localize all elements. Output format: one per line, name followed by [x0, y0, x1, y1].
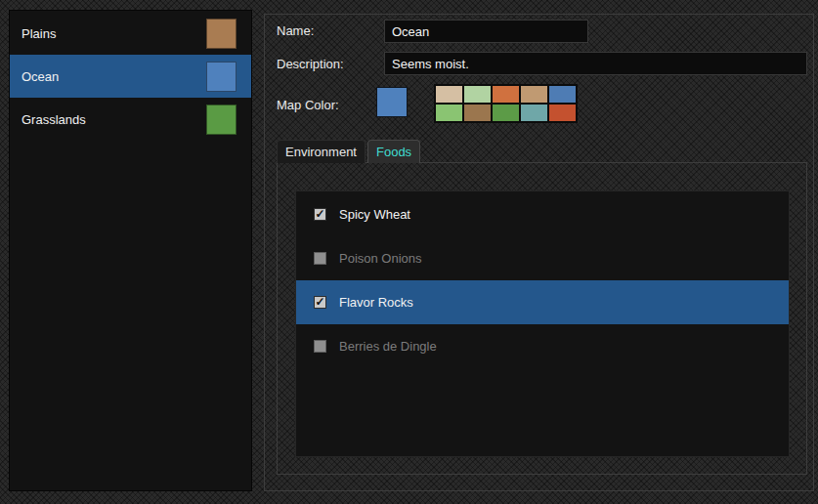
tab-foods[interactable]: Foods	[367, 140, 420, 163]
food-item-berries-de-dingle[interactable]: Berries de Dingle	[296, 324, 789, 368]
biome-color-swatch	[206, 62, 237, 92]
tab-label: Environment	[285, 145, 357, 159]
biome-label: Ocean	[22, 69, 59, 84]
palette-cell[interactable]	[464, 86, 491, 103]
food-item-spicy-wheat[interactable]: Spicy Wheat	[296, 192, 789, 236]
palette-cell[interactable]	[493, 105, 519, 121]
biome-list: Plains Ocean Grasslands	[9, 10, 252, 491]
description-label: Description:	[277, 55, 344, 74]
food-label: Berries de Dingle	[339, 339, 437, 354]
palette-cell[interactable]	[436, 105, 462, 121]
tab-environment[interactable]: Environment	[277, 140, 366, 163]
checkbox[interactable]	[314, 340, 326, 353]
tab-label: Foods	[376, 145, 411, 159]
food-item-flavor-rocks[interactable]: Flavor Rocks	[296, 280, 789, 324]
checkbox[interactable]	[314, 252, 326, 265]
biome-label: Plains	[22, 26, 56, 41]
name-input[interactable]	[384, 20, 588, 43]
palette-cell[interactable]	[521, 86, 547, 103]
biome-detail-panel: Name: Description: Map Color: Environmen…	[264, 14, 814, 491]
food-list: Spicy Wheat Poison Onions Flavor Rocks B…	[295, 190, 790, 457]
foods-tab-page: Spicy Wheat Poison Onions Flavor Rocks B…	[277, 162, 807, 475]
description-input[interactable]	[384, 52, 807, 75]
biome-color-swatch	[206, 19, 237, 49]
map-color-palette	[434, 84, 578, 123]
biome-color-swatch	[206, 105, 237, 135]
palette-cell[interactable]	[521, 105, 547, 121]
list-item-ocean[interactable]: Ocean	[10, 55, 251, 98]
checkbox[interactable]	[314, 208, 326, 221]
food-item-poison-onions[interactable]: Poison Onions	[296, 236, 789, 280]
checkbox[interactable]	[314, 296, 326, 309]
palette-cell[interactable]	[549, 86, 576, 103]
biome-editor-window: { "sidebar": { "items": [ { "label": "Pl…	[0, 0, 818, 504]
list-item-plains[interactable]: Plains	[10, 12, 251, 55]
tab-bar: Environment Foods	[277, 140, 420, 163]
palette-cell[interactable]	[464, 105, 491, 121]
food-label: Poison Onions	[339, 251, 422, 266]
palette-cell[interactable]	[436, 86, 462, 103]
food-label: Flavor Rocks	[339, 295, 413, 310]
map-color-label: Map Color:	[277, 96, 339, 115]
biome-label: Grasslands	[22, 112, 86, 127]
name-label: Name:	[277, 21, 314, 41]
palette-cell[interactable]	[493, 86, 519, 103]
food-label: Spicy Wheat	[339, 207, 410, 222]
palette-cell[interactable]	[549, 105, 576, 121]
map-color-current-swatch[interactable]	[376, 87, 408, 117]
list-item-grasslands[interactable]: Grasslands	[10, 98, 251, 141]
